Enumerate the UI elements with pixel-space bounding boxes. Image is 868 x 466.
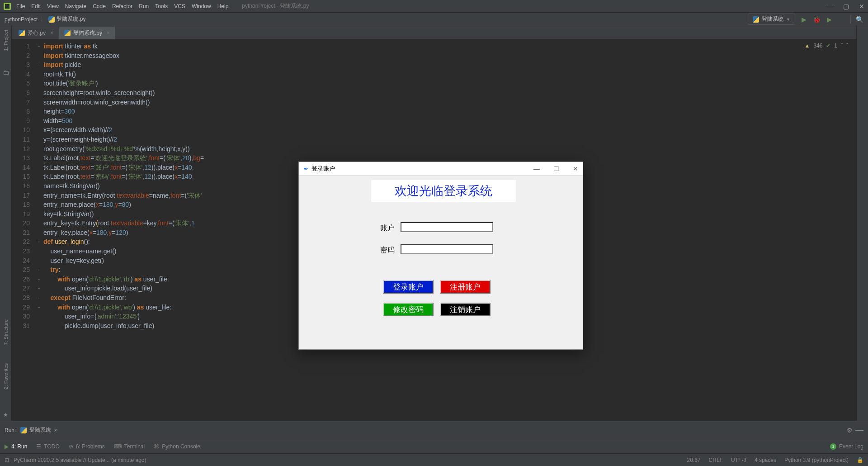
stop-icon[interactable] — [838, 15, 846, 24]
minimize-icon[interactable]: — — [827, 3, 833, 10]
editor-tabs: 爱心.py × 登陆系统.py × — [12, 26, 856, 40]
menu-view[interactable]: View — [47, 3, 59, 10]
tab-label: 爱心.py — [28, 29, 46, 37]
file-encoding[interactable]: UTF-8 — [731, 457, 746, 463]
editor-tab[interactable]: 爱心.py × — [14, 27, 58, 39]
editor-tab[interactable]: 登陆系统.py × — [59, 27, 115, 39]
tab-label: 登陆系统.py — [73, 29, 102, 37]
line-numbers: 1234567891011121314151617181920212223242… — [12, 42, 34, 330]
project-tool-button[interactable]: 1: Project — [3, 30, 9, 51]
event-log-button[interactable]: 1Event Log — [830, 443, 863, 450]
gear-icon[interactable]: ⚙ — [847, 427, 853, 434]
inspection-widget[interactable]: ▲ 346 ✔ 1 ˆ ˇ — [804, 43, 848, 49]
tk-maximize-icon[interactable]: ☐ — [553, 165, 559, 172]
hide-icon[interactable]: — — [855, 425, 863, 435]
welcome-label: 欢迎光临登录系统 — [371, 180, 516, 202]
bottom-tool-stripe: ▶4: Run ☰TODO ⊘6: Problems ⌨Terminal ⌘Py… — [0, 439, 868, 453]
breadcrumb-project[interactable]: pythonProject — [5, 16, 38, 23]
maximize-icon[interactable]: ▢ — [843, 3, 849, 10]
todo-tool-button[interactable]: ☰TODO — [36, 443, 59, 450]
warning-icon: ▲ — [804, 43, 810, 49]
search-icon[interactable]: 🔍 — [855, 15, 863, 24]
run-config-label: 登陆系统 — [762, 15, 783, 23]
warning-count: 346 — [813, 43, 822, 49]
structure-tool-button[interactable]: 7: Structure — [3, 319, 9, 345]
fold-gutter[interactable]: - - - ----- — [34, 42, 43, 330]
title-bar: File Edit View Navigate Code Refactor Ru… — [0, 0, 868, 13]
main-menu: File Edit View Navigate Code Refactor Ru… — [16, 3, 228, 10]
close-tab-icon[interactable]: × — [54, 427, 57, 433]
login-button[interactable]: 登录账户 — [383, 280, 434, 294]
tk-window-title: 登录账户 — [311, 165, 335, 173]
username-input[interactable] — [401, 222, 493, 232]
run-tool-window: Run: 登陆系统 × ⚙ — — [0, 421, 868, 439]
menu-refactor[interactable]: Refactor — [112, 3, 132, 10]
indent-setting[interactable]: 4 spaces — [755, 457, 776, 463]
chevron-up-icon[interactable]: ˆ — [841, 43, 843, 49]
check-icon: ✔ — [826, 43, 830, 49]
chevron-down-icon: ▼ — [786, 17, 790, 22]
password-input[interactable] — [401, 244, 493, 254]
menu-edit[interactable]: Edit — [31, 3, 41, 10]
tk-title-bar: ✒ 登录账户 — ☐ ✕ — [299, 162, 583, 176]
caret-position[interactable]: 20:67 — [687, 457, 701, 463]
tk-minimize-icon[interactable]: — — [533, 165, 540, 172]
folder-icon[interactable]: 🗀 — [3, 69, 9, 76]
close-tab-icon[interactable]: × — [50, 30, 53, 36]
app-logo-icon — [4, 3, 11, 10]
tk-close-icon[interactable]: ✕ — [573, 165, 578, 172]
favorites-tool-button[interactable]: 2: Favorites — [3, 363, 9, 389]
line-separator[interactable]: CRLF — [709, 457, 723, 463]
status-message-icon: ⊡ — [5, 457, 9, 463]
python-console-tool-button[interactable]: ⌘Python Console — [154, 443, 200, 450]
tk-app-window: ✒ 登录账户 — ☐ ✕ 欢迎光临登录系统 账户 密码 登录账户 注册账户 修改… — [298, 162, 583, 350]
debug-icon[interactable]: 🐞 — [812, 15, 821, 24]
run-coverage-icon[interactable]: ▶ — [825, 15, 833, 24]
status-message[interactable]: PyCharm 2020.2.5 available // Update... … — [14, 457, 146, 463]
terminal-tool-button[interactable]: ⌨Terminal — [114, 443, 145, 450]
menu-help[interactable]: Help — [217, 3, 229, 10]
run-config-selector[interactable]: 登陆系统 ▼ — [748, 14, 795, 25]
star-icon: ★ — [3, 412, 8, 418]
run-tool-button[interactable]: ▶4: Run — [5, 443, 27, 450]
problems-tool-button[interactable]: ⊘6: Problems — [69, 443, 105, 450]
run-icon[interactable]: ▶ — [800, 15, 808, 24]
left-tool-stripe: 1: Project 🗀 7: Structure 2: Favorites ★ — [0, 26, 12, 421]
menu-code[interactable]: Code — [93, 3, 106, 10]
run-tool-tab-label: 登陆系统 — [29, 426, 51, 434]
logout-button[interactable]: 注销账户 — [440, 303, 491, 316]
python-file-icon — [19, 30, 25, 36]
menu-vcs[interactable]: VCS — [174, 3, 185, 10]
python-file-icon — [48, 16, 55, 23]
chevron-down-icon[interactable]: ˇ — [846, 43, 848, 49]
lock-icon[interactable]: 🔒 — [857, 457, 863, 463]
interpreter[interactable]: Python 3.9 (pythonProject) — [784, 457, 849, 463]
python-file-icon — [20, 427, 27, 433]
breadcrumb-file[interactable]: 登陆系统.py — [57, 15, 85, 23]
menu-tools[interactable]: Tools — [155, 3, 168, 10]
menu-window[interactable]: Window — [192, 3, 211, 10]
python-file-icon — [753, 16, 759, 23]
run-tool-tab[interactable]: 登陆系统 × — [20, 426, 57, 434]
menu-file[interactable]: File — [16, 3, 25, 10]
right-tool-stripe — [856, 26, 868, 421]
close-icon[interactable]: ✕ — [859, 3, 864, 10]
password-label: 密码 — [380, 246, 395, 255]
nav-toolbar: pythonProject 〉 登陆系统.py 登陆系统 ▼ ▶ 🐞 ▶ 🔍 — [0, 13, 868, 26]
username-label: 账户 — [380, 223, 395, 233]
run-tool-label: Run: — [5, 427, 16, 433]
modify-password-button[interactable]: 修改密码 — [383, 303, 434, 316]
ok-count: 1 — [834, 43, 837, 49]
python-file-icon — [64, 30, 71, 36]
register-button[interactable]: 注册账户 — [440, 280, 491, 294]
breadcrumb: pythonProject 〉 登陆系统.py — [5, 15, 85, 23]
tk-feather-icon: ✒ — [303, 165, 309, 172]
menu-run[interactable]: Run — [139, 3, 149, 10]
status-bar: ⊡ PyCharm 2020.2.5 available // Update..… — [0, 453, 868, 466]
window-title: pythonProject - 登陆系统.py — [242, 2, 309, 10]
menu-navigate[interactable]: Navigate — [65, 3, 86, 10]
close-tab-icon[interactable]: × — [107, 30, 110, 36]
